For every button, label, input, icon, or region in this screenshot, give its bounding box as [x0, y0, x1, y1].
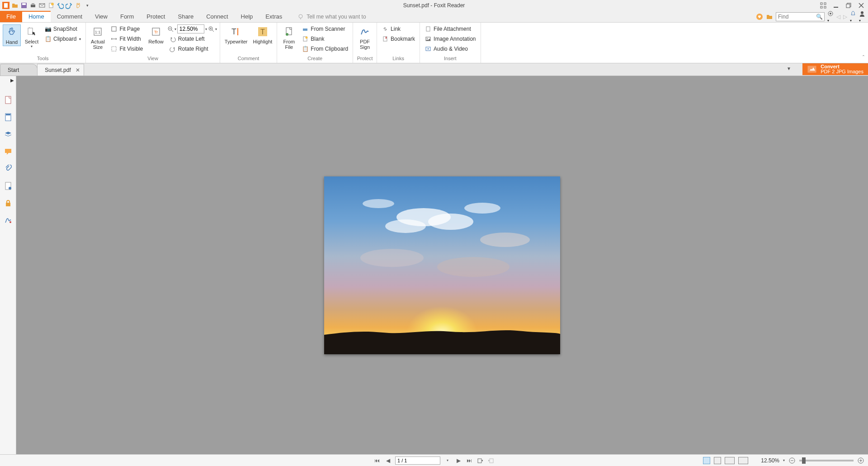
highlight-label: Highlight: [253, 39, 273, 44]
zoom-out-dropdown[interactable]: ▾: [175, 27, 176, 31]
from-file-button[interactable]: From File: [280, 24, 298, 51]
actual-size-button[interactable]: 1:1 Actual Size: [89, 24, 107, 51]
blank-button[interactable]: Blank: [300, 34, 350, 43]
heart-icon[interactable]: [756, 13, 763, 20]
svg-rect-10: [821, 6, 822, 8]
rotate-right-button[interactable]: Rotate Right: [167, 44, 217, 53]
qat-dropdown-icon[interactable]: ▾: [83, 1, 91, 10]
undo-icon[interactable]: [56, 1, 64, 10]
tab-comment[interactable]: Comment: [51, 11, 89, 22]
pages-panel-icon[interactable]: [4, 95, 13, 105]
zoom-slider[interactable]: [799, 460, 854, 461]
tab-extras[interactable]: Extras: [259, 11, 288, 22]
nav-next-icon[interactable]: ▷: [843, 14, 847, 20]
new-icon[interactable]: [47, 1, 55, 10]
facing-view-icon[interactable]: [725, 457, 735, 464]
from-clipboard-button[interactable]: 📋From Clipboard: [300, 44, 350, 53]
doctab-start[interactable]: Start: [0, 64, 38, 76]
nav-prev-icon[interactable]: ◁: [836, 14, 840, 20]
save-icon[interactable]: [20, 1, 28, 10]
print-icon[interactable]: [29, 1, 37, 10]
restore-icon[interactable]: [844, 1, 853, 10]
doctab-active[interactable]: Sunset.pdf ✕: [37, 64, 84, 76]
zoom-out-icon[interactable]: [167, 26, 174, 32]
ribbon-mode-icon[interactable]: [819, 1, 827, 10]
svg-text:1:1: 1:1: [95, 30, 101, 34]
tab-view[interactable]: View: [89, 11, 114, 22]
zoom-out-button[interactable]: [788, 457, 796, 464]
clipboard-button[interactable]: 📋Clipboard▾: [42, 34, 83, 43]
zoom-input[interactable]: [177, 24, 204, 33]
prev-page-icon[interactable]: ◀: [384, 457, 392, 464]
page-back-icon[interactable]: [476, 457, 484, 464]
typewriter-button[interactable]: T Typewriter: [223, 24, 250, 45]
bookmark-button[interactable]: Bookmark: [380, 34, 417, 43]
continuous-view-icon[interactable]: [714, 457, 721, 464]
highlight-button[interactable]: T Highlight: [251, 24, 274, 45]
link-button[interactable]: Link: [380, 24, 417, 33]
folder-search-icon[interactable]: [766, 13, 773, 20]
last-page-icon[interactable]: ⏭: [466, 457, 473, 464]
next-page-icon[interactable]: ▶: [455, 457, 462, 464]
minimize-icon[interactable]: [832, 1, 840, 10]
security-panel-icon[interactable]: [4, 199, 13, 208]
layers-panel-icon[interactable]: [4, 130, 13, 139]
page-forward-icon[interactable]: [487, 457, 495, 464]
navigation-panel: ▶: [0, 76, 16, 454]
settings-gear-icon[interactable]: ▾: [827, 10, 834, 23]
zoom-dropdown[interactable]: ▾: [205, 27, 207, 31]
convert-banner[interactable]: Convert PDF 2 JPG Images: [802, 63, 868, 75]
ribbon-collapse-icon[interactable]: ˆ: [863, 55, 864, 61]
file-attachment-button[interactable]: File Attachment: [423, 24, 477, 33]
open-icon[interactable]: [11, 1, 19, 10]
attachments-panel-icon[interactable]: [4, 164, 13, 173]
audio-video-button[interactable]: Audio & Video: [423, 44, 477, 53]
image-annotation-button[interactable]: Image Annotation: [423, 34, 477, 43]
tell-me-search[interactable]: Tell me what you want to: [297, 11, 366, 22]
select-tool-button[interactable]: Select ▾: [23, 24, 41, 49]
redo-icon[interactable]: [65, 1, 73, 10]
sign-panel-icon[interactable]: [4, 216, 13, 225]
document-canvas[interactable]: [16, 76, 868, 454]
comments-panel-icon[interactable]: [4, 147, 13, 156]
bell-icon[interactable]: ▾: [850, 10, 856, 23]
window-title: Sunset.pdf - Foxit Reader: [403, 2, 465, 9]
page-number-input[interactable]: [395, 456, 440, 465]
single-page-view-icon[interactable]: [703, 457, 710, 464]
fit-width-button[interactable]: Fit Width: [108, 34, 145, 43]
signatures-panel-icon[interactable]: [4, 181, 13, 190]
snapshot-button[interactable]: 📷SnapShot: [42, 24, 83, 33]
user-icon[interactable]: ▾: [859, 10, 865, 23]
fit-page-button[interactable]: Fit Page: [108, 24, 145, 33]
first-page-icon[interactable]: ⏮: [373, 457, 381, 464]
from-scanner-button[interactable]: From Scanner: [300, 24, 350, 33]
hand-tool-button[interactable]: Hand: [3, 24, 21, 46]
reflow-button[interactable]: Tr Reflow: [146, 24, 165, 45]
tab-share[interactable]: Share: [171, 11, 200, 22]
tab-help[interactable]: Help: [235, 11, 259, 22]
tab-connect[interactable]: Connect: [200, 11, 234, 22]
zoom-percent-dropdown[interactable]: ▾: [783, 458, 785, 462]
convert-icon: [807, 65, 817, 73]
zoom-in-dropdown[interactable]: ▾: [215, 27, 217, 31]
nav-expand-icon[interactable]: ▶: [10, 78, 14, 83]
pdf-sign-button[interactable]: PDF Sign: [356, 24, 374, 51]
zoom-in-button[interactable]: [857, 457, 864, 464]
tab-home[interactable]: Home: [22, 11, 51, 22]
hand-qat-icon[interactable]: [74, 1, 82, 10]
page-dropdown-icon[interactable]: ▾: [444, 457, 451, 464]
zoom-slider-thumb[interactable]: [802, 457, 806, 464]
tab-form[interactable]: Form: [114, 11, 140, 22]
doctab-close-icon[interactable]: ✕: [75, 67, 80, 73]
zoom-in-icon[interactable]: [208, 26, 214, 32]
tab-protect[interactable]: Protect: [140, 11, 171, 22]
bookmarks-panel-icon[interactable]: [4, 113, 13, 122]
close-icon[interactable]: [857, 1, 865, 10]
search-icon[interactable]: 🔍: [816, 14, 823, 20]
rotate-left-button[interactable]: Rotate Left: [167, 34, 217, 43]
doctabs-dropdown-icon[interactable]: ▼: [787, 66, 791, 71]
email-icon[interactable]: [38, 1, 46, 10]
fit-visible-button[interactable]: Fit Visible: [108, 44, 145, 53]
tab-file[interactable]: File: [0, 11, 22, 22]
continuous-facing-view-icon[interactable]: [738, 457, 748, 464]
